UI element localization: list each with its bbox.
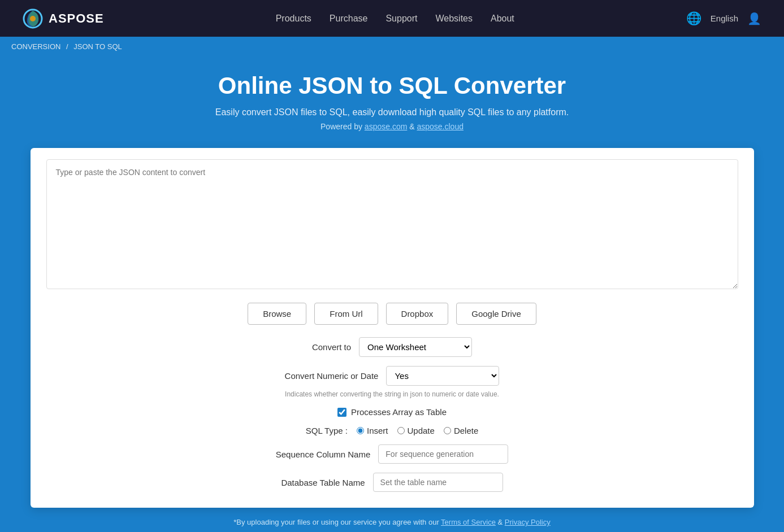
db-table-row: Database Table Name (281, 473, 503, 492)
nav-websites[interactable]: Websites (435, 14, 473, 23)
nav-about[interactable]: About (491, 14, 514, 23)
upload-buttons-row: Browse From Url Dropbox Google Drive (46, 303, 738, 325)
aspose-logo-icon (23, 8, 43, 29)
convert-to-row: Convert to One Worksheet Multiple Worksh… (312, 337, 472, 357)
nav-purchase[interactable]: Purchase (330, 14, 368, 23)
sql-type-insert-text: Insert (367, 426, 388, 435)
page-title: Online JSON to SQL Converter (11, 72, 773, 99)
db-table-label: Database Table Name (281, 478, 365, 487)
convert-to-label: Convert to (312, 342, 351, 352)
converter-card: Browse From Url Dropbox Google Drive Con… (31, 148, 754, 508)
db-table-input[interactable] (373, 473, 503, 492)
terms-link[interactable]: Terms of Service (441, 518, 496, 526)
footer-prefix: *By uploading your files or using our se… (233, 518, 441, 526)
breadcrumb-separator: / (66, 42, 68, 51)
footer-note: *By uploading your files or using our se… (0, 508, 784, 532)
sql-type-delete-text: Delete (454, 426, 478, 435)
breadcrumb-current: JSON TO SQL (73, 42, 122, 51)
sequence-column-row: Sequence Column Name (276, 444, 509, 464)
navbar: ASPOSE Products Purchase Support Website… (0, 0, 784, 37)
processes-array-row: Processes Array as Table (337, 407, 447, 417)
brand-name: ASPOSE (49, 11, 104, 26)
numeric-select[interactable]: Yes No (386, 366, 499, 386)
sql-type-insert-label[interactable]: Insert (357, 426, 388, 435)
numeric-hint: Indicates whether converting the string … (285, 390, 499, 398)
processes-array-checkbox[interactable] (337, 408, 346, 417)
sql-type-label: SQL Type : (306, 426, 348, 435)
breadcrumb: CONVERSION / JSON TO SQL (0, 37, 784, 56)
nav-links: Products Purchase Support Websites About (276, 14, 514, 24)
aspose-cloud-link[interactable]: aspose.cloud (417, 122, 464, 131)
logo[interactable]: ASPOSE (23, 8, 104, 29)
sql-type-update-radio[interactable] (397, 427, 405, 434)
sql-type-delete-radio[interactable] (444, 427, 451, 434)
sql-type-insert-radio[interactable] (357, 427, 364, 434)
globe-icon: 🌐 (686, 11, 701, 26)
sequence-column-label: Sequence Column Name (276, 450, 371, 459)
dropbox-button[interactable]: Dropbox (386, 303, 449, 325)
svg-point-1 (30, 16, 36, 21)
powered-by: Powered by aspose.com & aspose.cloud (11, 122, 773, 131)
sql-type-row: SQL Type : Insert Update Delete (306, 426, 478, 435)
google-drive-button[interactable]: Google Drive (456, 303, 536, 325)
numeric-label: Convert Numeric or Date (285, 371, 379, 381)
breadcrumb-conversion[interactable]: CONVERSION (11, 42, 60, 51)
browse-button[interactable]: Browse (248, 303, 306, 325)
sql-type-update-text: Update (408, 426, 435, 435)
json-input[interactable] (46, 159, 738, 289)
aspose-com-link[interactable]: aspose.com (365, 122, 407, 131)
hero-section: Online JSON to SQL Converter Easily conv… (0, 56, 784, 142)
nav-support[interactable]: Support (385, 14, 417, 23)
language-label[interactable]: English (711, 14, 738, 23)
hero-subtitle: Easily convert JSON files to SQL, easily… (11, 107, 773, 117)
powered-prefix: Powered by (320, 122, 365, 131)
privacy-link[interactable]: Privacy Policy (505, 518, 551, 526)
numeric-row: Convert Numeric or Date Yes No (285, 366, 500, 386)
convert-to-select[interactable]: One Worksheet Multiple Worksheets (359, 337, 472, 357)
nav-products[interactable]: Products (276, 14, 311, 23)
nav-right: 🌐 English 👤 (686, 11, 761, 26)
sequence-column-input[interactable] (378, 444, 508, 464)
processes-array-label[interactable]: Processes Array as Table (351, 407, 447, 417)
powered-amp: & (407, 122, 417, 131)
from-url-button[interactable]: From Url (314, 303, 378, 325)
sql-type-delete-label[interactable]: Delete (444, 426, 478, 435)
sql-type-update-label[interactable]: Update (397, 426, 435, 435)
options-section: Convert to One Worksheet Multiple Worksh… (46, 337, 738, 492)
user-icon[interactable]: 👤 (747, 12, 761, 25)
footer-amp: & (496, 518, 505, 526)
